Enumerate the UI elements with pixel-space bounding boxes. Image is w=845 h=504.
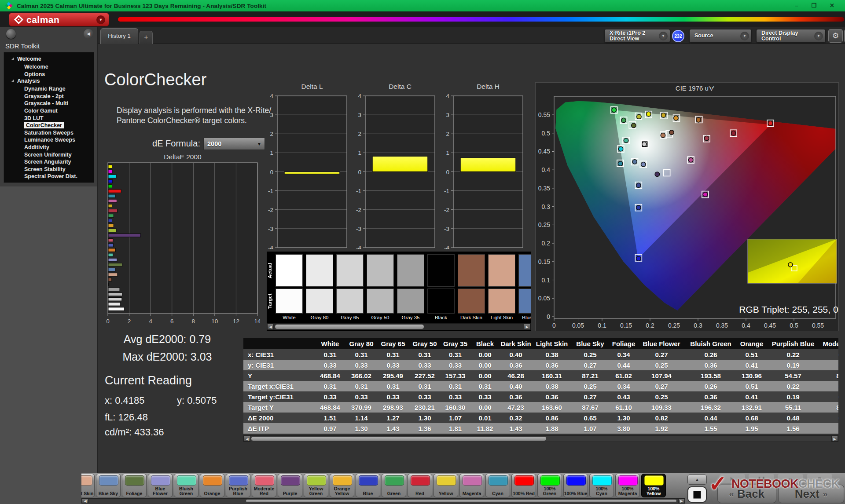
scroll-right-icon[interactable]: ▶ bbox=[831, 436, 838, 442]
sidebar-item-grayscale-2pt[interactable]: Grayscale - 2pt bbox=[4, 92, 94, 99]
patch-yellow[interactable]: Yellow bbox=[434, 474, 458, 497]
sidebar-item-grayscale-multi[interactable]: Grayscale - Multi bbox=[4, 99, 94, 106]
patch-100-magenta[interactable]: 100% Magenta bbox=[615, 474, 640, 497]
patch-bluish-green[interactable]: Bluish Green bbox=[174, 474, 198, 497]
scroll-left-icon[interactable]: ◀ bbox=[244, 436, 250, 442]
table-scrollbar[interactable]: ◀▶ bbox=[243, 435, 838, 442]
svg-text:0.15: 0.15 bbox=[620, 322, 632, 329]
sidebar-item-options[interactable]: Options bbox=[4, 70, 94, 77]
source-dropdown[interactable]: Source ▼ bbox=[689, 29, 752, 43]
svg-text:0.45: 0.45 bbox=[764, 322, 776, 329]
sidebar-item-dynamic-range[interactable]: Dynamic Range bbox=[4, 84, 94, 92]
patch-moderate-red[interactable]: Moderate Red bbox=[252, 474, 276, 497]
patch-foliage[interactable]: Foliage bbox=[122, 474, 147, 497]
deltae-bar-100-magenta bbox=[108, 170, 113, 173]
patch-bar-up-button[interactable]: ▲ bbox=[687, 475, 707, 485]
actual-swatch bbox=[427, 254, 455, 287]
patch-purplish-blue[interactable]: Purplish Blue bbox=[226, 474, 250, 497]
scroll-left-icon[interactable]: ◀ bbox=[82, 499, 88, 503]
patch-scrollbar[interactable]: ◀▶ bbox=[81, 498, 685, 504]
patch-label: 100% Blue bbox=[564, 491, 588, 496]
sidebar-item-colorchecker[interactable]: ColorChecker bbox=[4, 121, 94, 128]
maximize-button[interactable]: ❒ bbox=[811, 0, 816, 11]
patch-100-yellow[interactable]: 100% Yellow bbox=[641, 474, 666, 497]
sidebar-item-additivity[interactable]: Additivity bbox=[4, 143, 94, 150]
add-tab-button[interactable]: + bbox=[140, 31, 153, 44]
svg-text:0.1: 0.1 bbox=[542, 277, 551, 284]
patch-label: Moderate Red bbox=[252, 486, 276, 496]
patch-100-cyan[interactable]: 100% Cyan bbox=[589, 474, 614, 497]
stop-button[interactable] bbox=[687, 486, 707, 503]
patch-100-red[interactable]: 100% Red bbox=[511, 474, 536, 497]
patch-100-blue[interactable]: 100% Blue bbox=[563, 474, 588, 497]
sidebar-item-saturation-sweeps[interactable]: Saturation Sweeps bbox=[4, 128, 94, 136]
tab-history-1[interactable]: History 1 bbox=[100, 28, 138, 44]
sidebar-item-screen-angularity[interactable]: Screen Angularity bbox=[4, 157, 94, 165]
patch-purple[interactable]: Purple bbox=[278, 474, 302, 497]
table-cell: 1.55 bbox=[684, 423, 738, 434]
sidebar-item-screen-stability[interactable]: Screen Stability bbox=[4, 165, 94, 172]
close-button[interactable]: ✕ bbox=[830, 0, 834, 11]
patch-light-skin[interactable]: Light Skin bbox=[81, 474, 95, 497]
tree-section-analysis[interactable]: Analysis bbox=[4, 77, 94, 84]
table-cell: 0.33 bbox=[377, 360, 409, 370]
patch-orange-yellow[interactable]: Orange Yellow bbox=[330, 474, 354, 497]
sidebar-collapse-icon[interactable]: ◀ bbox=[84, 29, 93, 39]
calman-menu-button[interactable]: calman ▼ bbox=[9, 13, 109, 26]
gear-icon[interactable]: ⚙ bbox=[828, 29, 843, 43]
scroll-thumb[interactable] bbox=[275, 324, 424, 329]
back-button[interactable]: « Back bbox=[717, 485, 776, 503]
patch-blue[interactable]: Blue bbox=[356, 474, 380, 497]
logo-bar: calman ▼ bbox=[0, 11, 845, 27]
patch-green[interactable]: Green bbox=[382, 474, 406, 497]
patch-cyan[interactable]: Cyan bbox=[485, 474, 510, 497]
tree-expand-icon[interactable] bbox=[11, 79, 14, 82]
sidebar-item-screen-uniformity[interactable]: Screen Uniformity bbox=[4, 150, 94, 158]
scroll-right-icon[interactable]: ▶ bbox=[678, 499, 685, 503]
patch-orange[interactable]: Orange bbox=[200, 474, 224, 497]
meter-dropdown[interactable]: X-Rite i1Pro 2 Direct View ▼ bbox=[604, 29, 670, 43]
sidebar-item-color-gamut[interactable]: Color Gamut bbox=[4, 106, 94, 114]
sidebar-item-spectral-power-dist-[interactable]: Spectral Power Dist. bbox=[4, 172, 94, 179]
patch-magenta[interactable]: Magenta bbox=[459, 474, 484, 497]
patch-blue-sky[interactable]: Blue Sky bbox=[96, 474, 121, 497]
svg-text:0: 0 bbox=[270, 169, 273, 175]
patch-100-green[interactable]: 100% Green bbox=[537, 474, 562, 497]
swatch-scrollbar[interactable]: ◀▶ bbox=[267, 323, 531, 330]
table-cell: 163.60 bbox=[532, 402, 572, 413]
tree-expand-icon[interactable] bbox=[11, 57, 14, 60]
meter-count-badge[interactable]: 232 bbox=[672, 30, 684, 42]
sidebar-item-luminance-sweeps[interactable]: Luminance Sweeps bbox=[4, 135, 94, 143]
sidebar-item-welcome[interactable]: Welcome bbox=[4, 62, 94, 70]
display-control-dropdown[interactable]: Direct Display Control ▼ bbox=[756, 29, 826, 43]
patch-blue-flower[interactable]: Blue Flower bbox=[148, 474, 173, 497]
link-icon[interactable]: ∞ bbox=[778, 474, 803, 483]
scroll-left-icon[interactable]: ◀ bbox=[267, 324, 274, 330]
settings-icon[interactable]: ⚙ bbox=[807, 474, 832, 483]
table-cell: 87.67 bbox=[572, 402, 608, 413]
next-button[interactable]: Next » bbox=[778, 485, 844, 503]
table-cell: 1.30 bbox=[608, 413, 639, 423]
svg-text:0.05: 0.05 bbox=[572, 322, 584, 329]
patch-chip bbox=[489, 475, 508, 486]
patch-chip bbox=[618, 475, 638, 486]
sidebar-knob-icon[interactable] bbox=[6, 29, 16, 39]
scroll-right-icon[interactable]: ▶ bbox=[524, 324, 530, 330]
patch-yellow-green[interactable]: Yellow Green bbox=[304, 474, 328, 497]
tree-section-welcome[interactable]: Welcome bbox=[4, 55, 94, 62]
minimize-button[interactable]: – bbox=[795, 0, 798, 11]
table-cell: 0.31 bbox=[315, 381, 345, 391]
table-header-blank bbox=[243, 338, 315, 349]
back-chevron-icon: « bbox=[729, 489, 734, 499]
max-de2000: Max dE2000: 3.03 bbox=[103, 351, 231, 363]
scroll-thumb[interactable] bbox=[246, 499, 677, 503]
scroll-thumb[interactable] bbox=[251, 436, 547, 441]
sidebar-item-label: Screen Angularity bbox=[24, 159, 71, 165]
target-swatch bbox=[518, 289, 531, 314]
table-cell: 0.41 bbox=[738, 391, 766, 402]
patch-red[interactable]: Red bbox=[408, 474, 432, 497]
sidebar-item-3d-lut[interactable]: 3D LUT bbox=[4, 114, 94, 121]
pause-icon[interactable]: ❚❚ bbox=[749, 474, 774, 483]
cie-point-light-skin bbox=[661, 133, 665, 138]
play-icon[interactable]: ▶ bbox=[720, 474, 745, 483]
